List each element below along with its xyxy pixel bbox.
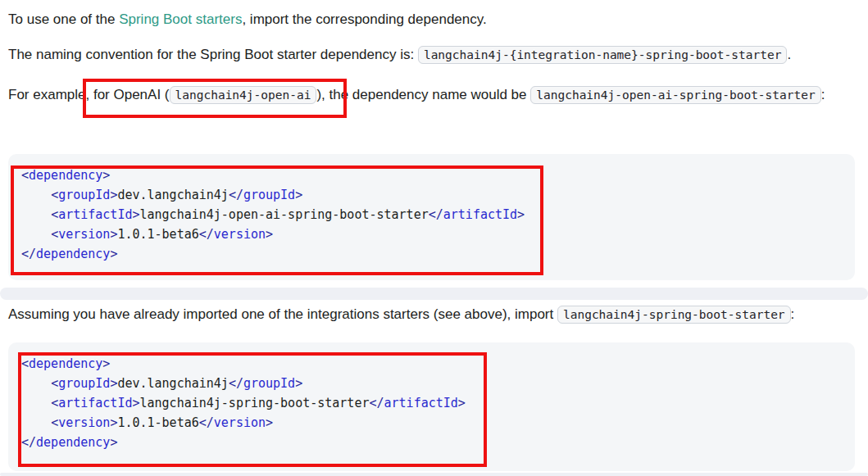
docs-content: To use one of the Spring Boot starters, …	[0, 0, 868, 476]
inline-code-openai-starter-name: langchain4j-open-ai-spring-boot-starter	[530, 86, 820, 104]
paragraph-openai-example: For example, for OpenAI (langchain4j-ope…	[8, 79, 834, 111]
code-line: <version>1.0.1-beta6</version>	[21, 224, 842, 244]
code-line: <artifactId>langchain4j-spring-boot-star…	[21, 393, 842, 413]
code-block-openai-starter: <dependency> <groupId>dev.langchain4j</g…	[8, 154, 855, 280]
paragraph-core-starter: Assuming you have already imported one o…	[8, 303, 855, 326]
paragraph-intro-text-post: , import the corresponding dependency.	[242, 11, 486, 27]
naming-convention-text: The naming convention for the Spring Boo…	[8, 47, 418, 62]
code-line: <artifactId>langchain4j-open-ai-spring-b…	[21, 205, 842, 224]
paragraph-naming-convention: The naming convention for the Spring Boo…	[8, 43, 855, 66]
example-text-mid: ), the dependency name would be	[316, 87, 530, 102]
code-line: <groupId>dev.langchain4j</groupId>	[21, 185, 842, 205]
paragraph-intro-text-pre: To use one of the	[8, 11, 119, 27]
code-line: </dependency>	[21, 244, 842, 264]
code-line: <dependency>	[21, 354, 842, 374]
naming-convention-period: .	[787, 47, 791, 62]
core-starter-text: Assuming you have already imported one o…	[8, 306, 557, 322]
code-line: <dependency>	[21, 165, 842, 185]
inline-code-naming-convention: langchain4j-{integration-name}-spring-bo…	[418, 46, 788, 64]
section-divider	[0, 288, 868, 300]
code-line: </dependency>	[21, 433, 842, 452]
bottom-section-edge	[0, 473, 868, 476]
code-line: <groupId>dev.langchain4j</groupId>	[21, 374, 842, 393]
example-text-pre: For example, for OpenAI (	[8, 87, 170, 102]
paragraph-intro: To use one of the Spring Boot starters, …	[8, 8, 855, 30]
core-starter-colon: :	[791, 306, 795, 322]
example-text-colon: :	[821, 87, 825, 102]
spring-boot-starters-link[interactable]: Spring Boot starters	[119, 11, 242, 27]
inline-code-core-starter-name: langchain4j-spring-boot-starter	[557, 306, 791, 324]
inline-code-openai-integration: langchain4j-open-ai	[170, 86, 317, 104]
code-block-core-spring-boot-starter: <dependency> <groupId>dev.langchain4j</g…	[8, 342, 855, 471]
code-line: <version>1.0.1-beta6</version>	[21, 413, 842, 433]
